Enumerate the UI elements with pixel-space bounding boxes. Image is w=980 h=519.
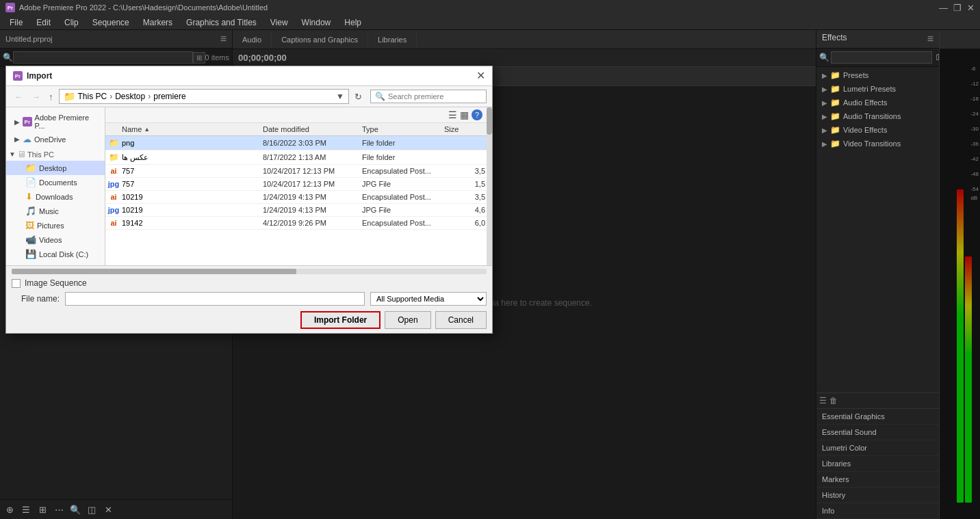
file-icon-jpg-10219: jpg <box>108 206 120 214</box>
breadcrumb-sep-2: › <box>148 92 151 101</box>
file-row-arabic[interactable]: 📁 عکس ها 8/17/2022 1:13 AM File folder <box>105 150 487 165</box>
sidebar-item-localdisk[interactable]: 💾 Local Disk (C:) <box>6 247 105 261</box>
file-name-png: png <box>122 139 263 147</box>
project-title: Untitled.prproj <box>5 35 52 43</box>
pr-folder-icon: Pr <box>23 117 32 127</box>
scrollbar-h-thumb[interactable] <box>12 269 296 274</box>
dialog-filelist: ☰ ▦ ? Name ▲ Date modified Type Size <box>105 107 487 265</box>
sidebar-label-pr: Adobe Premiere P... <box>35 114 99 130</box>
filename-label: File name: <box>12 294 60 304</box>
sidebar-group-thispc[interactable]: ▼ 🖥 This PC <box>6 146 105 161</box>
sidebar-label-downloads: Downloads <box>36 193 73 201</box>
file-date-10219-jpg: 1/24/2019 4:13 PM <box>263 206 362 214</box>
sidebar-label-localdisk: Local Disk (C:) <box>39 250 88 258</box>
dialog-search-input[interactable] <box>388 92 477 101</box>
maximize-button[interactable]: ❐ <box>953 3 962 13</box>
sidebar-item-music[interactable]: 🎵 Music <box>6 204 105 218</box>
menu-edit[interactable]: Edit <box>29 16 57 29</box>
file-row-19142-eps[interactable]: ai 19142 4/12/2019 9:26 PM Encapsulated … <box>105 217 487 230</box>
pictures-folder-icon: 🖼 <box>25 220 34 230</box>
filetype-select[interactable]: All Supported Media <box>370 292 487 306</box>
col-name: Name <box>122 125 142 133</box>
file-date-arabic: 8/17/2022 1:13 AM <box>263 153 362 161</box>
file-size-19142-eps: 6,0 <box>444 219 485 227</box>
sidebar-label-pictures: Pictures <box>37 222 64 230</box>
file-row-757-jpg[interactable]: jpg 757 10/24/2017 12:13 PM JPG File 1,5 <box>105 178 487 191</box>
menu-window[interactable]: Window <box>295 16 338 29</box>
import-folder-button[interactable]: Import Folder <box>300 311 381 329</box>
menu-sequence[interactable]: Sequence <box>86 16 136 29</box>
nav-refresh-button[interactable]: ↻ <box>352 90 365 103</box>
scroll-track[interactable] <box>487 107 492 265</box>
expand-arrow-pr: ▶ <box>14 118 20 126</box>
project-menu-icon[interactable]: ≡ <box>220 33 227 45</box>
breadcrumb-premiere[interactable]: premiere <box>153 92 185 101</box>
view-details-icon[interactable]: ▦ <box>460 109 469 120</box>
file-name-19142-eps: 19142 <box>122 219 263 227</box>
file-date-19142-eps: 4/12/2019 9:26 PM <box>263 219 362 227</box>
sidebar-item-videos[interactable]: 📹 Videos <box>6 232 105 247</box>
file-type-10219-eps: Encapsulated Post... <box>362 193 444 201</box>
title-bar: Pr Adobe Premiere Pro 2022 - C:\Users\Ha… <box>0 0 980 15</box>
filelist-rows: 📁 png 8/16/2022 3:03 PM File folder 📁 عک… <box>105 136 487 265</box>
image-sequence-label: Image Sequence <box>25 278 87 288</box>
scrollbar-horizontal[interactable] <box>12 269 487 274</box>
pc-icon: 🖥 <box>17 149 26 159</box>
breadcrumb-folder-icon: 📁 <box>64 91 75 102</box>
sidebar-item-pictures[interactable]: 🖼 Pictures <box>6 218 105 232</box>
filename-input[interactable] <box>65 292 365 306</box>
menu-view[interactable]: View <box>263 16 295 29</box>
menu-file[interactable]: File <box>3 16 29 29</box>
menu-help[interactable]: Help <box>337 16 368 29</box>
vu-header <box>940 30 980 49</box>
menu-bar: File Edit Clip Sequence Markers Graphics… <box>0 15 980 30</box>
image-sequence-checkbox[interactable] <box>12 279 21 288</box>
nav-forward-button[interactable]: → <box>29 90 43 103</box>
filelist-header: Name ▲ Date modified Type Size <box>105 123 487 136</box>
file-icon-eps-757: ai <box>110 167 116 175</box>
menu-clip[interactable]: Clip <box>57 16 86 29</box>
menu-markers[interactable]: Markers <box>136 16 179 29</box>
nav-up-button[interactable]: ↑ <box>46 90 56 103</box>
open-button[interactable]: Open <box>385 311 430 329</box>
effects-menu-icon[interactable]: ≡ <box>927 33 933 45</box>
close-button[interactable]: ✕ <box>967 3 975 13</box>
file-row-10219-jpg[interactable]: jpg 10219 1/24/2019 4:13 PM JPG File 4,6 <box>105 204 487 217</box>
dialog-pr-icon: Pr <box>13 71 23 81</box>
file-row-png[interactable]: 📁 png 8/16/2022 3:03 PM File folder <box>105 136 487 150</box>
cancel-button[interactable]: Cancel <box>435 311 487 329</box>
file-type-png: File folder <box>362 139 444 147</box>
breadcrumb-desktop[interactable]: Desktop <box>115 92 145 101</box>
help-icon[interactable]: ? <box>472 109 482 120</box>
file-row-10219-eps[interactable]: ai 10219 1/24/2019 4:13 PM Encapsulated … <box>105 191 487 204</box>
sidebar-item-downloads[interactable]: ⬇ Downloads <box>6 189 105 204</box>
sidebar-item-documents[interactable]: 📄 Documents <box>6 175 105 189</box>
scrollbar-vertical[interactable] <box>487 107 492 265</box>
menu-graphics-titles[interactable]: Graphics and Titles <box>179 16 263 29</box>
filename-row: File name: All Supported Media <box>12 289 487 308</box>
sidebar-label-desktop: Desktop <box>39 164 66 172</box>
view-list-icon[interactable]: ☰ <box>448 109 457 120</box>
col-date: Date modified <box>263 125 362 133</box>
col-size: Size <box>444 125 485 133</box>
minimize-button[interactable]: — <box>939 3 948 13</box>
sidebar-item-adobe-premiere[interactable]: ▶ Pr Adobe Premiere P... <box>6 111 105 132</box>
sidebar-item-onedrive[interactable]: ▶ ☁ OneDrive <box>6 132 105 146</box>
sidebar-label-thispc: This PC <box>27 150 54 159</box>
effects-panel-header: Effects ≡ <box>816 30 939 49</box>
dialog-buttons: Import Folder Open Cancel <box>12 308 487 330</box>
file-type-19142-eps: Encapsulated Post... <box>362 219 444 227</box>
sidebar-item-desktop[interactable]: 📁 Desktop <box>6 161 105 175</box>
dialog-overlay: Pr Import ✕ ← → ↑ 📁 This PC › Desktop › … <box>0 60 980 519</box>
scroll-thumb[interactable] <box>487 107 492 135</box>
file-date-png: 8/16/2022 3:03 PM <box>263 139 362 147</box>
file-icon-folder-png: 📁 <box>109 138 119 148</box>
nav-back-button[interactable]: ← <box>12 90 26 103</box>
main-layout: Audio Captions and Graphics Libraries >>… <box>0 30 980 519</box>
dialog-close-button[interactable]: ✕ <box>476 70 485 81</box>
sidebar-label-videos: Videos <box>39 236 62 244</box>
file-row-757-eps[interactable]: ai 757 10/24/2017 12:13 PM Encapsulated … <box>105 165 487 178</box>
file-size-10219-jpg: 4,6 <box>444 206 485 214</box>
breadcrumb-dropdown-arrow[interactable]: ▼ <box>336 92 344 101</box>
breadcrumb-thispc[interactable]: This PC <box>78 92 107 101</box>
